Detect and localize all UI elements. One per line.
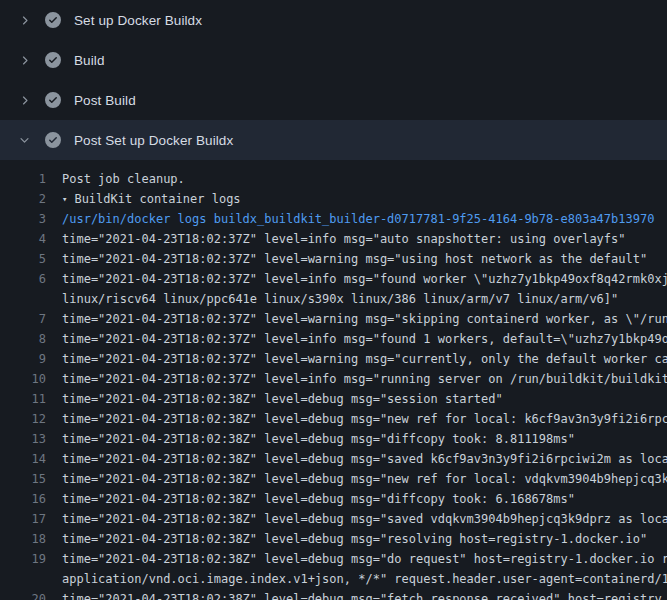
log-text: time="2021-04-23T18:02:37Z" level=warnin… (62, 309, 667, 329)
line-number[interactable]: 17 (0, 509, 46, 529)
line-number[interactable]: 12 (0, 409, 46, 429)
log-line-continuation: application/vnd.oci.image.index.v1+json,… (0, 569, 667, 589)
log-line: 11time="2021-04-23T18:02:38Z" level=debu… (0, 389, 667, 409)
line-number[interactable]: 4 (0, 229, 46, 249)
log-text: time="2021-04-23T18:02:38Z" level=debug … (62, 409, 667, 429)
log-line: 2▾BuildKit container logs (0, 189, 667, 209)
log-line: 13time="2021-04-23T18:02:38Z" level=debu… (0, 429, 667, 449)
log-line: 3/usr/bin/docker logs buildx_buildkit_bu… (0, 209, 667, 229)
log-text: time="2021-04-23T18:02:38Z" level=debug … (62, 429, 575, 449)
log-line: 6time="2021-04-23T18:02:37Z" level=info … (0, 269, 667, 289)
log-line: 8time="2021-04-23T18:02:37Z" level=info … (0, 329, 667, 349)
line-number[interactable]: 19 (0, 549, 46, 569)
log-line: 16time="2021-04-23T18:02:38Z" level=debu… (0, 489, 667, 509)
log-text: time="2021-04-23T18:02:37Z" level=info m… (62, 329, 667, 349)
line-number[interactable]: 3 (0, 209, 46, 229)
steps-list: Set up Docker BuildxBuildPost BuildPost … (0, 0, 667, 160)
log-line: 10time="2021-04-23T18:02:37Z" level=info… (0, 369, 667, 389)
log-line: 17time="2021-04-23T18:02:38Z" level=debu… (0, 509, 667, 529)
log-text: time="2021-04-23T18:02:38Z" level=debug … (62, 389, 503, 409)
step-row-post-set-up-docker-buildx[interactable]: Post Set up Docker Buildx (0, 120, 667, 160)
log-line: 7time="2021-04-23T18:02:37Z" level=warni… (0, 309, 667, 329)
line-number[interactable]: 1 (0, 169, 46, 189)
step-row-set-up-docker-buildx[interactable]: Set up Docker Buildx (0, 0, 667, 40)
log-text: time="2021-04-23T18:02:37Z" level=warnin… (62, 349, 667, 369)
line-number[interactable]: 16 (0, 489, 46, 509)
log-viewer: 1Post job cleanup.2▾BuildKit container l… (0, 160, 667, 600)
log-text: time="2021-04-23T18:02:38Z" level=debug … (62, 509, 667, 529)
line-number[interactable]: 13 (0, 429, 46, 449)
log-text: time="2021-04-23T18:02:38Z" level=debug … (62, 489, 575, 509)
line-number[interactable]: 14 (0, 449, 46, 469)
log-text: time="2021-04-23T18:02:37Z" level=info m… (62, 369, 667, 389)
log-text: time="2021-04-23T18:02:37Z" level=info m… (62, 229, 626, 249)
chevron-right-icon[interactable] (16, 92, 32, 108)
check-circle-icon (45, 132, 61, 148)
check-circle-icon (45, 52, 61, 68)
step-label: Post Set up Docker Buildx (74, 133, 233, 148)
check-circle-icon (45, 12, 61, 28)
log-text: time="2021-04-23T18:02:38Z" level=debug … (62, 469, 667, 489)
step-label: Build (74, 53, 105, 68)
log-text: time="2021-04-23T18:02:38Z" level=debug … (62, 549, 667, 569)
log-line: 9time="2021-04-23T18:02:37Z" level=warni… (0, 349, 667, 369)
step-row-build[interactable]: Build (0, 40, 667, 80)
log-text: linux/riscv64 linux/ppc641e linux/s390x … (62, 289, 618, 309)
log-text: time="2021-04-23T18:02:37Z" level=warnin… (62, 249, 647, 269)
step-row-post-build[interactable]: Post Build (0, 80, 667, 120)
log-text: Post job cleanup. (62, 169, 185, 189)
line-number[interactable]: 20 (0, 589, 46, 600)
line-number (0, 569, 46, 589)
line-number[interactable]: 9 (0, 349, 46, 369)
log-line: 12time="2021-04-23T18:02:38Z" level=debu… (0, 409, 667, 429)
log-command-text: /usr/bin/docker logs buildx_buildkit_bui… (62, 209, 654, 229)
log-line-continuation: linux/riscv64 linux/ppc641e linux/s390x … (0, 289, 667, 309)
step-label: Set up Docker Buildx (74, 13, 202, 28)
line-number[interactable]: 15 (0, 469, 46, 489)
check-circle-icon (45, 92, 61, 108)
log-line: 1Post job cleanup. (0, 169, 667, 189)
chevron-down-icon[interactable] (16, 132, 32, 148)
log-text: time="2021-04-23T18:02:37Z" level=info m… (62, 269, 667, 289)
line-number[interactable]: 8 (0, 329, 46, 349)
log-text: time="2021-04-23T18:02:38Z" level=debug … (62, 449, 667, 469)
line-number[interactable]: 6 (0, 269, 46, 289)
log-line: 18time="2021-04-23T18:02:38Z" level=debu… (0, 529, 667, 549)
step-label: Post Build (74, 93, 136, 108)
log-group-toggle[interactable]: ▾BuildKit container logs (62, 189, 241, 209)
log-line: 19time="2021-04-23T18:02:38Z" level=debu… (0, 549, 667, 569)
line-number[interactable]: 2 (0, 189, 46, 209)
log-line: 15time="2021-04-23T18:02:38Z" level=debu… (0, 469, 667, 489)
log-line: 5time="2021-04-23T18:02:37Z" level=warni… (0, 249, 667, 269)
group-expand-icon[interactable]: ▾ (62, 189, 67, 209)
log-line: 20time="2021-04-23T18:02:38Z" level=debu… (0, 589, 667, 600)
chevron-right-icon[interactable] (16, 52, 32, 68)
chevron-right-icon[interactable] (16, 12, 32, 28)
line-number (0, 289, 46, 309)
log-line: 14time="2021-04-23T18:02:38Z" level=debu… (0, 449, 667, 469)
log-line: 4time="2021-04-23T18:02:37Z" level=info … (0, 229, 667, 249)
log-text: application/vnd.oci.image.index.v1+json,… (62, 569, 667, 589)
line-number[interactable]: 5 (0, 249, 46, 269)
group-label: BuildKit container logs (74, 192, 240, 206)
line-number[interactable]: 10 (0, 369, 46, 389)
log-text: time="2021-04-23T18:02:38Z" level=debug … (62, 529, 647, 549)
log-text: time="2021-04-23T18:02:38Z" level=debug … (62, 589, 662, 600)
line-number[interactable]: 11 (0, 389, 46, 409)
line-number[interactable]: 18 (0, 529, 46, 549)
line-number[interactable]: 7 (0, 309, 46, 329)
